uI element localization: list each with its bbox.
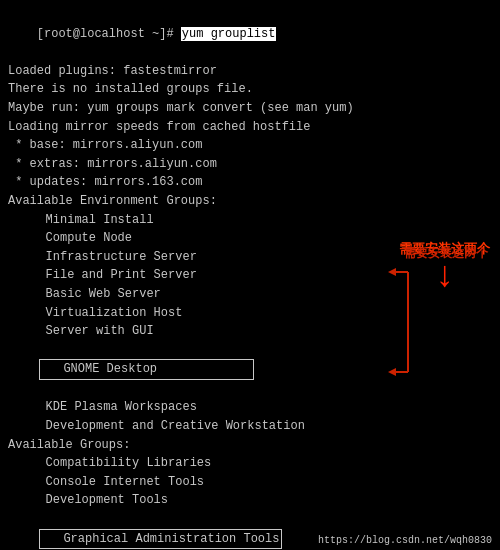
curved-arrow xyxy=(388,262,488,382)
arrow-visual: 需要安装这两个 xyxy=(388,245,488,382)
output-line-4: Loading mirror speeds from cached hostfi… xyxy=(8,118,492,137)
footer-url: https://blog.csdn.net/wqh0830 xyxy=(318,535,492,546)
output-line-8: Available Environment Groups: xyxy=(8,192,492,211)
svg-marker-5 xyxy=(388,368,396,376)
output-line-9: Minimal Install xyxy=(8,211,492,230)
output-line-22: Development Tools xyxy=(8,491,492,510)
output-line-18: Development and Creative Workstation xyxy=(8,417,492,436)
output-line-5: * base: mirrors.aliyun.com xyxy=(8,136,492,155)
svg-marker-3 xyxy=(388,268,396,276)
output-line-1: Loaded plugins: fastestmirror xyxy=(8,62,492,81)
command-line: [root@localhost ~]# yum grouplist xyxy=(8,6,492,62)
needs-install-label: 需要安装这两个 xyxy=(388,245,488,262)
output-line-2: There is no installed groups file. xyxy=(8,80,492,99)
prompt: [root@localhost ~]# xyxy=(37,27,181,41)
output-line-19: Available Groups: xyxy=(8,436,492,455)
output-line-17: KDE Plasma Workspaces xyxy=(8,398,492,417)
output-line-21: Console Internet Tools xyxy=(8,473,492,492)
gnome-desktop-highlight: GNOME Desktop xyxy=(39,359,254,380)
graphical-tools-highlight: Graphical Administration Tools xyxy=(39,529,283,550)
output-line-7: * updates: mirrors.163.com xyxy=(8,173,492,192)
output-line-3: Maybe run: yum groups mark convert (see … xyxy=(8,99,492,118)
output-line-6: * extras: mirrors.aliyun.com xyxy=(8,155,492,174)
command-text: yum grouplist xyxy=(181,27,277,41)
output-line-20: Compatibility Libraries xyxy=(8,454,492,473)
terminal-window: [root@localhost ~]# yum grouplist Loaded… xyxy=(0,0,500,550)
